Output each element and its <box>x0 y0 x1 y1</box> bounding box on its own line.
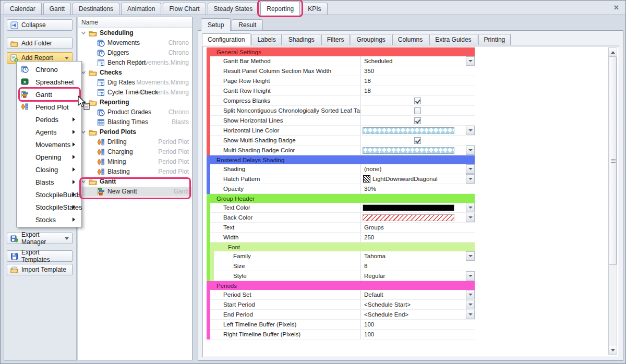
dropdown-button[interactable] <box>466 290 475 299</box>
menu-item-spreadsheet[interactable]: XSpreadsheet <box>17 76 81 88</box>
close-icon[interactable]: ✕ <box>613 4 619 11</box>
color-swatch-black[interactable] <box>363 204 454 211</box>
menu-item-stockpilestates[interactable]: StockpileStates <box>17 201 81 213</box>
property-value[interactable] <box>360 96 475 105</box>
tab-steady-states[interactable]: Steady States <box>208 3 259 15</box>
tree-report-row[interactable]: ChronoProduct Grades <box>78 107 192 117</box>
export-templates-button[interactable]: Export Templates <box>7 250 73 262</box>
property-value[interactable]: 250 <box>360 233 475 242</box>
dropdown-button[interactable] <box>466 203 475 212</box>
tab-gantt[interactable]: Gantt <box>43 3 71 15</box>
tree-folder-row[interactable]: Scheduling <box>78 28 192 38</box>
dropdown-button[interactable] <box>466 310 475 319</box>
checkbox-checked-icon[interactable] <box>414 98 421 104</box>
tree-report-row[interactable]: Period PlotBlasting <box>78 167 192 177</box>
property-value[interactable]: Default <box>360 290 475 299</box>
menu-item-periods[interactable]: Periods <box>17 113 81 126</box>
property-value[interactable] <box>360 203 475 212</box>
tree-report-row[interactable]: GanttNew Gantt <box>78 187 192 197</box>
property-value[interactable]: LightDownwardDiagonal <box>360 174 475 184</box>
tree-report-row[interactable]: BlastsBlasting Times <box>78 117 192 127</box>
property-value[interactable] <box>360 136 475 145</box>
tab-result[interactable]: Result <box>232 19 263 31</box>
tab-flow-chart[interactable]: Flow Chart <box>163 3 206 15</box>
dropdown-button[interactable] <box>466 164 475 174</box>
scroll-up-arrow-icon[interactable] <box>609 48 617 56</box>
export-manager-button[interactable]: Export Manager <box>7 233 73 244</box>
tab-destinations[interactable]: Destinations <box>73 3 119 15</box>
tab-reporting[interactable]: Reporting <box>260 2 300 15</box>
tree-folder-row[interactable]: Checks <box>78 68 192 78</box>
checkbox-checked-icon[interactable] <box>414 117 421 124</box>
dropdown-button[interactable] <box>466 174 475 184</box>
chevron-down-icon[interactable] <box>80 30 87 38</box>
dropdown-button[interactable] <box>466 251 475 261</box>
dropdown-button[interactable] <box>466 271 475 281</box>
checkbox-checked-icon[interactable] <box>414 137 421 144</box>
property-value[interactable]: (none) <box>360 164 475 174</box>
property-value[interactable]: <Schedule End> <box>360 310 475 319</box>
property-value[interactable] <box>360 116 475 125</box>
subtab-groupings[interactable]: Groupings <box>351 34 391 45</box>
property-value[interactable]: Regular <box>360 271 475 281</box>
color-swatch-blue-diamond[interactable] <box>363 127 454 134</box>
tree-report-row[interactable]: ΣMovements.MiningDig Rates <box>78 78 192 88</box>
property-value[interactable]: 100 <box>360 330 475 339</box>
property-value[interactable]: 8 <box>360 261 475 271</box>
subtab-printing[interactable]: Printing <box>478 34 511 45</box>
menu-item-gantt[interactable]: Gantt <box>17 88 81 101</box>
subtab-shadings[interactable]: Shadings <box>283 34 320 45</box>
menu-item-chrono[interactable]: Chrono <box>17 63 81 76</box>
property-value[interactable]: Scheduled <box>360 56 475 66</box>
tree-report-row[interactable]: ChronoDiggers <box>78 48 192 58</box>
dropdown-button[interactable] <box>466 145 475 155</box>
dropdown-button[interactable] <box>466 213 475 222</box>
tree-folder-row[interactable]: Period Plots <box>78 127 192 137</box>
tab-kpis[interactable]: KPIs <box>302 3 327 15</box>
property-value[interactable]: Groups <box>360 223 475 232</box>
tree-report-row[interactable]: ΣMovements.MiningBench Report <box>78 58 192 68</box>
tree-report-row[interactable]: Period PlotCharging <box>78 147 192 157</box>
color-swatch-blue-diamond[interactable] <box>363 147 454 154</box>
tree-report-row[interactable]: Period PlotMining <box>78 157 192 167</box>
property-value[interactable]: 18 <box>360 86 475 95</box>
add-folder-button[interactable]: Add Folder <box>7 38 73 49</box>
property-value[interactable]: Tahoma <box>360 251 475 261</box>
color-swatch-red-hatch[interactable] <box>363 214 454 221</box>
property-value[interactable] <box>360 213 475 222</box>
property-value[interactable] <box>360 126 475 135</box>
menu-item-opening[interactable]: Opening <box>17 151 81 163</box>
property-value[interactable]: 100 <box>360 320 475 329</box>
import-template-button[interactable]: Import Template <box>7 264 73 275</box>
dropdown-button[interactable] <box>466 300 475 309</box>
scrollbar-thumb[interactable] <box>609 56 617 265</box>
property-value[interactable]: 18 <box>360 76 475 86</box>
tab-setup[interactable]: Setup <box>201 18 231 31</box>
property-value[interactable]: <Schedule Start> <box>360 300 475 309</box>
tree-report-row[interactable]: ΣMovements.MiningCycle Time Check <box>78 88 192 98</box>
collapse-button[interactable]: Collapse <box>7 19 73 31</box>
dropdown-button[interactable] <box>466 126 475 135</box>
tree-report-row[interactable]: Period PlotDrilling <box>78 137 192 147</box>
tree-column-header[interactable]: Name <box>78 17 192 28</box>
property-value[interactable]: 30% <box>360 184 475 193</box>
scroll-down-arrow-icon[interactable] <box>609 346 617 354</box>
menu-item-closing[interactable]: Closing <box>17 163 81 176</box>
tree-folder-row[interactable]: Gantt <box>78 177 192 187</box>
subtab-labels[interactable]: Labels <box>251 34 281 45</box>
subtab-extra-guides[interactable]: Extra Guides <box>429 34 477 45</box>
menu-item-movements[interactable]: Movements <box>17 138 81 151</box>
menu-item-period-plot[interactable]: Period Plot <box>17 101 81 113</box>
dropdown-button[interactable] <box>466 56 475 66</box>
vertical-scrollbar[interactable] <box>608 47 617 355</box>
tab-calendar[interactable]: Calendar <box>4 3 42 15</box>
menu-item-stockpilebuilds[interactable]: StockpileBuilds <box>17 188 81 201</box>
menu-item-blasts[interactable]: Blasts <box>17 176 81 188</box>
checkbox-unchecked-icon[interactable] <box>414 107 421 114</box>
menu-item-stocks[interactable]: Stocks <box>17 213 81 226</box>
property-value[interactable]: 350 <box>360 66 475 76</box>
subtab-columns[interactable]: Columns <box>392 34 428 45</box>
property-value[interactable] <box>360 106 475 115</box>
subtab-filters[interactable]: Filters <box>321 34 350 45</box>
subtab-configuration[interactable]: Configuration <box>202 33 250 45</box>
